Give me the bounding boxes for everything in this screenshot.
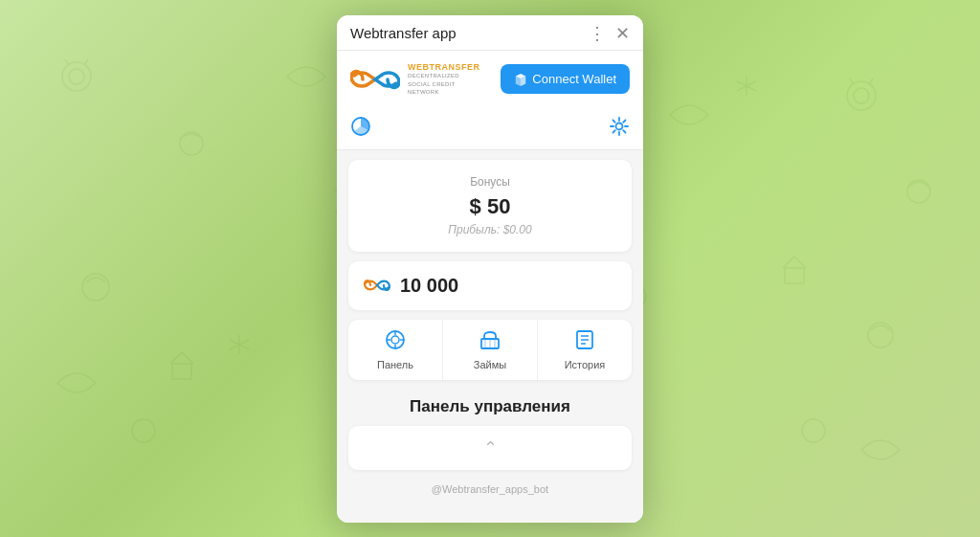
svg-point-12 [132,419,155,442]
logo-area: WEBTRANSFER DECENTRALIZED SOCIAL CREDIT … [350,62,480,97]
svg-point-11 [868,323,893,347]
tab-history-label: История [565,359,606,370]
window-title: Webtransfer app [350,25,457,41]
app-content[interactable]: WEBTRANSFER DECENTRALIZED SOCIAL CREDIT … [337,51,643,523]
brand-name: WEBTRANSFER [408,62,480,73]
svg-point-13 [802,419,825,442]
tab-loans-label: Займы [474,359,506,370]
bonuses-value: $ 50 [364,194,616,219]
more-icon[interactable]: ⋮ [589,25,606,42]
webtransfer-logo [350,62,400,97]
svg-line-8 [869,78,873,84]
icon-row [337,108,643,150]
history-icon [574,329,595,355]
svg-point-19 [391,336,399,344]
bonuses-label: Бонусы [364,175,616,189]
telegram-window: Webtransfer app ⋮ ✕ [337,15,643,523]
tab-loans[interactable]: Займы [443,320,538,380]
connect-wallet-button[interactable]: Connect Wallet [501,64,630,94]
token-logo-icon [364,276,390,295]
svg-rect-14 [172,364,191,379]
window-actions: ⋮ ✕ [589,25,630,42]
svg-point-5 [847,81,876,110]
tab-panel-label: Панель [377,359,413,370]
bottom-card: ⌃ [348,426,632,470]
title-bar: Webtransfer app ⋮ ✕ [337,15,643,51]
tagline: DECENTRALIZED SOCIAL CREDIT NETWORK [408,72,480,96]
svg-point-1 [69,69,84,84]
token-card: 10 000 [348,261,632,310]
tab-panel[interactable]: Панель [348,320,443,380]
svg-point-6 [854,88,869,103]
wallet-icon [514,73,527,86]
bonuses-sub: Прибыль: $0.00 [364,223,616,236]
bot-label: @Webtransfer_apps_bot [337,480,643,503]
token-amount: 10 000 [400,275,458,297]
app-header: WEBTRANSFER DECENTRALIZED SOCIAL CREDIT … [337,51,643,108]
tab-history[interactable]: История [538,320,632,380]
svg-point-17 [616,123,623,129]
scroll-indicator: ⌃ [360,437,620,459]
bonuses-card: Бонусы $ 50 Прибыль: $0.00 [348,160,632,252]
loans-icon [479,329,501,355]
svg-line-3 [84,59,88,65]
svg-line-2 [65,59,69,65]
svg-line-7 [850,78,854,84]
logo-text: WEBTRANSFER DECENTRALIZED SOCIAL CREDIT … [408,62,480,97]
settings-icon[interactable] [609,116,630,142]
chart-icon[interactable] [350,116,371,142]
svg-point-9 [907,180,930,203]
svg-point-4 [180,132,203,155]
panel-icon [385,329,406,355]
close-icon[interactable]: ✕ [615,25,630,42]
dashboard-title: Панель управления [337,390,643,426]
svg-point-0 [62,62,91,91]
nav-tabs: Панель Займы [348,320,632,380]
svg-rect-15 [785,268,804,283]
svg-point-10 [82,274,109,301]
